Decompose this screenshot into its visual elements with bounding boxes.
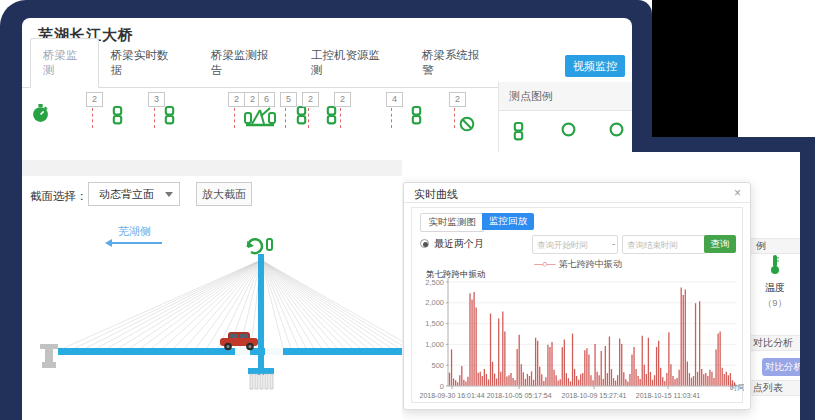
tab-realtime-data[interactable]: 桥梁实时数据 (99, 39, 187, 87)
date-range-separator: - (612, 238, 615, 249)
enlarge-section-button[interactable]: 放大截面 (196, 182, 252, 206)
sensor-dash-marker (234, 108, 235, 128)
sensor-dash-marker (391, 108, 392, 128)
tab-bar: 桥梁监测 桥梁实时数据 桥梁监测报告 工控机资源监测 桥梁系统报警 (22, 54, 498, 88)
tab-realtime-chart[interactable]: 实时监测图 (420, 213, 484, 232)
timer-sensor-icon[interactable] (32, 104, 49, 127)
vibration-chart: 第七跨跨中振动 时间 05001,0001,5002,0002,5002018-… (412, 268, 744, 404)
sensor-dash-marker (92, 108, 93, 128)
svg-text:0: 0 (440, 382, 444, 391)
prohibit-sensor-icon[interactable] (459, 116, 475, 136)
temperature-count: （9） (750, 297, 800, 310)
svg-text:2,500: 2,500 (425, 278, 444, 287)
tab-ipc-resource[interactable]: 工控机资源监测 (299, 39, 398, 87)
screen: 芜湖长江大桥 桥梁监测 桥梁实时数据 桥梁监测报告 工控机资源监测 桥梁系统报警… (0, 0, 815, 420)
deck-joint (265, 348, 283, 355)
sensor-dash-marker (285, 108, 286, 128)
svg-text:1,500: 1,500 (425, 319, 444, 328)
radio-label: 最近两个月 (434, 237, 484, 251)
rotate-sensor-icon[interactable] (247, 239, 262, 253)
tab-monitor-report[interactable]: 桥梁监测报告 (199, 39, 287, 87)
svg-text:2018-10-09 15:27:41: 2018-10-09 15:27:41 (562, 392, 627, 399)
sensor-count-badge: 3 (148, 92, 165, 107)
recent-two-months-radio[interactable] (420, 239, 429, 248)
query-end-time-input[interactable] (622, 235, 706, 254)
pier-piles (250, 374, 273, 389)
measure-point-legend-panel: 测点图例 (498, 82, 632, 162)
link-sensor-icon[interactable] (326, 106, 337, 129)
sensor-dash-marker (454, 108, 455, 128)
compare-analysis-button[interactable]: 对比分析 (762, 358, 800, 376)
query-button[interactable]: 查询 (704, 235, 736, 253)
panel-header-fragment: 例 (750, 238, 800, 254)
link-sensor-icon[interactable] (411, 106, 422, 129)
link-sensor-icon (513, 122, 524, 145)
legend-panel-title: 测点图例 (499, 82, 632, 111)
temperature-label: 温度 (750, 281, 800, 295)
ring-sensor-icon (609, 122, 624, 141)
sensor-count-badge: 2 (228, 92, 245, 107)
chevron-down-icon (165, 192, 173, 197)
left-abutment (40, 344, 58, 368)
pier-cap (248, 368, 274, 374)
section-select-label: 截面选择： (30, 184, 88, 208)
dialog-title: 实时曲线 (414, 187, 458, 202)
sensor-count-badge: 2 (334, 92, 351, 107)
sensor-count-badge: 5 (280, 92, 297, 107)
sensor-dash-marker (308, 108, 309, 128)
close-icon[interactable]: × (734, 186, 741, 200)
dialog-header: 实时曲线 × (404, 183, 750, 203)
ring-sensor-icon (561, 122, 576, 141)
tab-system-alarm[interactable]: 桥梁系统报警 (410, 39, 498, 87)
svg-text:500: 500 (431, 361, 444, 370)
link-sensor-icon[interactable] (164, 106, 175, 129)
svg-text:2,000: 2,000 (425, 298, 444, 307)
svg-text:1,000: 1,000 (425, 340, 444, 349)
video-monitor-button[interactable]: 视频监控 (565, 55, 625, 77)
bridge-diagram (36, 234, 418, 420)
realtime-curve-dialog: 实时曲线 × 实时监测图 监控回放 最近两个月 - 查询 —○—第七跨跨中振动 … (403, 182, 751, 410)
tab-monitor-playback[interactable]: 监控回放 (482, 213, 534, 230)
sensor-dash-marker (340, 108, 341, 128)
svg-text:2018-10-15 11:03:41: 2018-10-15 11:03:41 (636, 392, 701, 399)
background-monitor-window: 例 温度 （9） 对比分析 对比分析 点列表 实时曲线 × 实时监测图 监控回放… (402, 152, 800, 420)
link-sensor-icon[interactable] (296, 106, 307, 129)
thermometer-icon (769, 254, 781, 275)
sensor-count-badge: 2 (302, 92, 319, 107)
black-backdrop (652, 0, 738, 142)
sensor-count-badge: 4 (386, 92, 403, 107)
bridge-tower (258, 254, 264, 375)
sensor-dash-marker (154, 108, 155, 128)
section-select-value: 动态背立面 (99, 187, 154, 202)
link-sensor-icon[interactable] (267, 239, 272, 250)
point-list-header-fragment: 点列表 (750, 380, 800, 396)
dialog-body: 实时监测图 监控回放 最近两个月 - 查询 —○—第七跨跨中振动 第七跨跨中振动… (411, 207, 743, 403)
sensor-count-badge: 2 (449, 92, 466, 107)
link-sensor-icon[interactable] (112, 106, 123, 129)
truss-sensor-icon[interactable] (244, 104, 276, 132)
section-select-dropdown[interactable]: 动态背立面 (88, 182, 180, 206)
temperature-legend-item[interactable]: 温度 （9） (750, 254, 800, 310)
svg-text:2018-10-05 05:17:54: 2018-10-05 05:17:54 (487, 392, 552, 399)
svg-text:2018-09-30 16:01:44: 2018-09-30 16:01:44 (420, 392, 485, 399)
compare-analysis-header: 对比分析 (750, 335, 800, 351)
query-start-time-input[interactable] (532, 235, 618, 254)
tab-bridge-monitor[interactable]: 桥梁监测 (30, 38, 99, 88)
sensor-count-badge: 2 (86, 92, 103, 107)
